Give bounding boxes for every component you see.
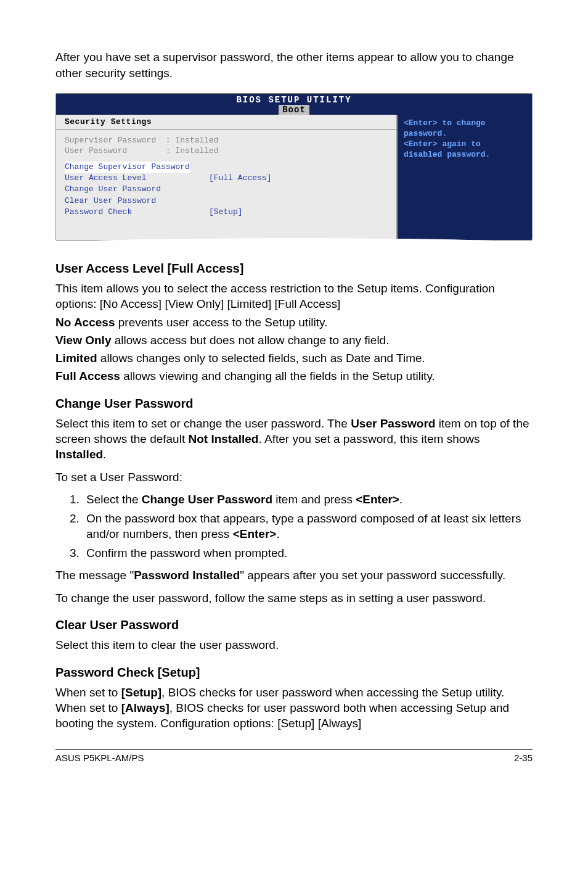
bios-titlebar: BIOS SETUP UTILITY Boot xyxy=(56,94,532,115)
paragraph: When set to [Setup], BIOS checks for use… xyxy=(55,685,533,732)
intro-text: After you have set a supervisor password… xyxy=(55,49,533,81)
option-view-only: View Only allows access but does not all… xyxy=(55,332,533,348)
page-curve-decoration xyxy=(55,238,533,249)
option-limited: Limited allows changes only to selected … xyxy=(55,350,533,366)
help-line: password. xyxy=(404,129,526,139)
list-item: On the password box that appears, type a… xyxy=(83,511,533,542)
option-full-access: Full Access allows viewing and changing … xyxy=(55,368,533,384)
change-user-password-item: Change User Password xyxy=(65,184,388,195)
bios-menu-items: Change Supervisor Password User Access L… xyxy=(56,159,396,221)
paragraph: To set a User Password: xyxy=(55,469,533,485)
footer-right: 2-35 xyxy=(514,753,533,763)
paragraph: Select this item to clear the user passw… xyxy=(55,637,533,653)
page-footer: ASUS P5KPL-AM/PS 2-35 xyxy=(55,749,533,763)
clear-user-password-item: Clear User Password xyxy=(65,196,388,207)
supervisor-password-status: Supervisor Password : Installed xyxy=(65,136,388,146)
paragraph: The message "Password Installed" appears… xyxy=(55,567,533,583)
footer-left: ASUS P5KPL-AM/PS xyxy=(55,753,144,763)
heading-user-access-level: User Access Level [Full Access] xyxy=(55,262,533,276)
heading-password-check: Password Check [Setup] xyxy=(55,666,533,680)
page: After you have set a supervisor password… xyxy=(0,0,588,887)
bios-body: Security Settings Supervisor Password : … xyxy=(56,115,532,240)
bios-status-block: Supervisor Password : Installed User Pas… xyxy=(56,130,396,159)
change-supervisor-password-item: Change Supervisor Password xyxy=(65,162,388,173)
option-no-access: No Access prevents user access to the Se… xyxy=(55,315,533,330)
user-password-status: User Password : Installed xyxy=(65,146,388,157)
paragraph: Select this item to set or change the us… xyxy=(55,416,533,463)
bios-screenshot: BIOS SETUP UTILITY Boot Security Setting… xyxy=(55,93,533,241)
bios-tab-boot: Boot xyxy=(279,105,309,115)
help-line: <Enter> to change xyxy=(404,118,526,129)
paragraph: This item allows you to select the acces… xyxy=(55,281,533,312)
heading-clear-user-password: Clear User Password xyxy=(55,618,533,632)
highlight: Change Supervisor Password xyxy=(65,162,190,173)
paragraph: To change the user password, follow the … xyxy=(55,590,533,606)
heading-change-user-password: Change User Password xyxy=(55,397,533,411)
bios-left-panel: Security Settings Supervisor Password : … xyxy=(56,115,396,240)
list-item: Select the Change User Password item and… xyxy=(83,492,533,507)
bios-help-panel: <Enter> to change password. <Enter> agai… xyxy=(396,115,532,240)
bios-section-header: Security Settings xyxy=(56,115,396,130)
help-line: <Enter> again to xyxy=(404,139,526,150)
list-item: Confirm the password when prompted. xyxy=(83,545,533,561)
password-check-item: Password Check [Setup] xyxy=(65,207,388,218)
steps-list: Select the Change User Password item and… xyxy=(55,492,533,561)
bios-title: BIOS SETUP UTILITY xyxy=(56,94,532,105)
help-line: disabled password. xyxy=(404,150,526,160)
user-access-level-item: User Access Level [Full Access] xyxy=(65,173,388,184)
